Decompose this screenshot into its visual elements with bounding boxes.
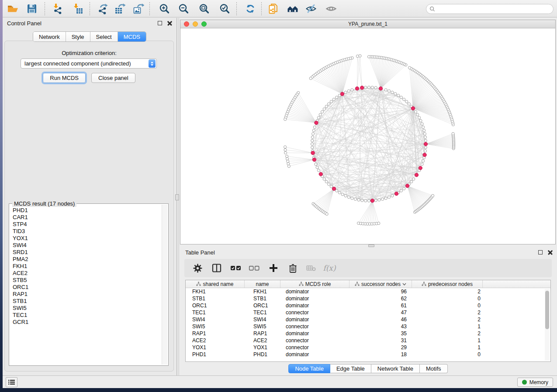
graph-node[interactable] (341, 193, 344, 196)
unselect-all-button[interactable] (246, 260, 262, 276)
open-file-button[interactable] (5, 2, 20, 16)
cell-successor-nodes[interactable]: 96 (349, 288, 412, 295)
hide-annotations-button[interactable] (304, 2, 318, 16)
graph-node[interactable] (397, 94, 400, 97)
graph-node[interactable] (315, 163, 317, 165)
graph-node[interactable] (311, 146, 314, 149)
cell-successor-nodes[interactable]: 29 (349, 344, 412, 351)
graph-leaf-node[interactable] (309, 77, 312, 79)
mcds-result-item[interactable]: PHD1 (13, 207, 159, 214)
graph-node[interactable] (371, 86, 374, 89)
graph-node[interactable] (311, 136, 314, 138)
graph-node[interactable] (403, 187, 405, 190)
graph-node[interactable] (364, 86, 367, 89)
cell-shared-name[interactable]: TEC1 (186, 309, 245, 316)
cell-shared-name[interactable]: SWI4 (186, 316, 245, 323)
graph-mcds-hub-node[interactable] (312, 158, 316, 162)
graph-node[interactable] (405, 100, 408, 103)
select-all-button[interactable] (228, 260, 244, 276)
search-input[interactable] (426, 4, 554, 14)
table-row-tec1[interactable]: TEC1TEC1connector472 (186, 309, 550, 316)
tab-motifs[interactable]: Motifs (420, 364, 448, 373)
table-row-swi4[interactable]: SWI4SWI4dominator462 (186, 316, 550, 323)
graph-node[interactable] (424, 136, 427, 138)
export-image-button[interactable] (131, 2, 146, 16)
import-network-button[interactable] (50, 2, 65, 16)
graph-node[interactable] (344, 194, 347, 197)
cell-shared-name[interactable]: ORC1 (186, 302, 245, 309)
graph-node[interactable] (328, 103, 330, 105)
graph-leaf-node[interactable] (432, 194, 434, 197)
cell-predecessor-nodes[interactable]: 0 (412, 302, 483, 309)
graph-node[interactable] (384, 89, 387, 91)
close-panel-button[interactable]: Close panel (91, 73, 135, 83)
cell-predecessor-nodes[interactable]: 2 (412, 330, 483, 337)
graph-node[interactable] (338, 191, 341, 194)
close-panel-icon[interactable] (167, 21, 172, 26)
import-table-button[interactable] (70, 2, 85, 16)
graph-node[interactable] (421, 123, 423, 125)
graph-node[interactable] (410, 180, 413, 183)
cell-name[interactable]: SWI5 (245, 323, 280, 330)
graph-mcds-hub-node[interactable] (332, 187, 336, 190)
cell-predecessor-nodes[interactable]: 2 (412, 309, 483, 316)
mcds-result-item[interactable]: TEC1 (13, 312, 159, 319)
task-history-button[interactable] (6, 377, 17, 387)
graph-node[interactable] (391, 91, 394, 93)
cell-mcds-role[interactable]: dominator (280, 288, 349, 295)
memory-button[interactable]: Memory (517, 378, 553, 387)
float-panel-icon[interactable] (538, 250, 543, 254)
cell-predecessor-nodes[interactable]: 2 (412, 288, 483, 295)
graph-mcds-hub-node[interactable] (355, 87, 359, 90)
graph-node[interactable] (400, 96, 402, 99)
graph-mcds-hub-node[interactable] (394, 192, 398, 196)
graph-node[interactable] (330, 100, 332, 103)
graph-mcds-hub-node[interactable] (379, 87, 382, 90)
graph-node[interactable] (312, 133, 315, 135)
graph-node[interactable] (312, 129, 315, 132)
cell-mcds-role[interactable]: dominator (280, 330, 349, 337)
network-window-titlebar[interactable]: YPA_prune.txt_1 (180, 20, 555, 28)
graph-node[interactable] (421, 163, 423, 165)
graph-node[interactable] (313, 126, 316, 128)
graph-node[interactable] (330, 185, 332, 188)
mcds-result-item[interactable]: SRD1 (13, 249, 159, 256)
graph-node[interactable] (361, 199, 363, 202)
graph-leaf-node[interactable] (452, 132, 454, 135)
graph-mcds-hub-node[interactable] (424, 142, 427, 146)
split-columns-button[interactable] (209, 260, 225, 276)
graph-node[interactable] (424, 146, 427, 149)
add-column-button[interactable] (266, 260, 281, 276)
graph-node[interactable] (408, 103, 410, 105)
graph-node[interactable] (388, 89, 391, 92)
graph-node[interactable] (357, 199, 360, 201)
cell-shared-name[interactable]: ACE2 (186, 337, 245, 344)
column-header-shared-name[interactable]: shared name (186, 280, 245, 288)
graph-node[interactable] (388, 196, 391, 199)
cell-successor-nodes[interactable]: 61 (349, 302, 412, 309)
graph-node[interactable] (344, 91, 347, 93)
graph-node[interactable] (321, 110, 323, 113)
graph-node[interactable] (423, 133, 426, 135)
cell-predecessor-nodes[interactable]: 1 (412, 337, 483, 344)
cell-predecessor-nodes[interactable]: 1 (412, 323, 483, 330)
graph-mcds-hub-node[interactable] (415, 173, 418, 177)
graph-node[interactable] (351, 197, 353, 199)
table-row-orc1[interactable]: ORC1ORC1dominator610 (186, 302, 550, 309)
graph-leaf-node[interactable] (408, 66, 411, 69)
graph-node[interactable] (354, 198, 356, 200)
graph-node[interactable] (381, 198, 384, 200)
graph-leaf-node[interactable] (287, 165, 290, 168)
cell-mcds-role[interactable]: dominator (280, 295, 349, 302)
mcds-result-item[interactable]: SWI4 (13, 242, 159, 249)
graph-node[interactable] (400, 189, 402, 192)
tab-network[interactable]: Network (33, 32, 66, 41)
graph-node[interactable] (424, 139, 427, 142)
cell-mcds-role[interactable]: dominator (280, 351, 349, 358)
cell-name[interactable]: SWI4 (245, 316, 280, 323)
mcds-result-item[interactable]: STB5 (13, 277, 159, 284)
cell-name[interactable]: STB1 (245, 295, 280, 302)
function-builder-button[interactable]: f(x) (322, 260, 337, 276)
table-row-fkh1[interactable]: FKH1FKH1dominator962 (186, 288, 550, 295)
optimization-criterion-select[interactable]: largest connected component (undirected) (21, 58, 157, 69)
